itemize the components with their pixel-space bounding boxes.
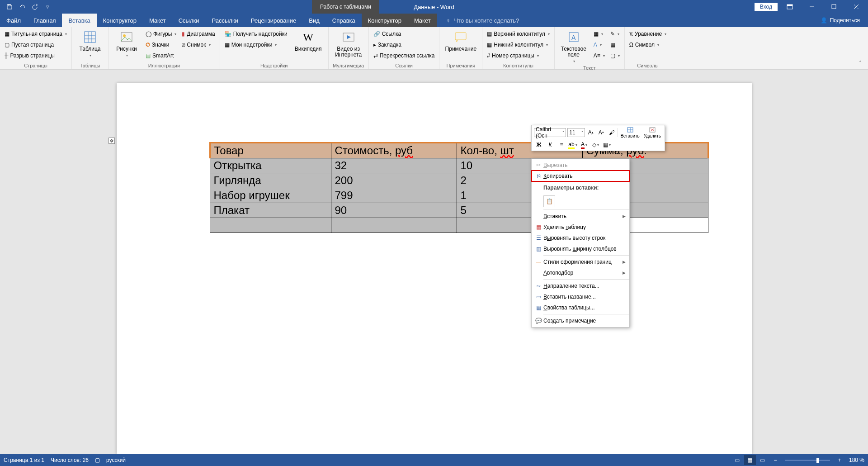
- wordart-button[interactable]: A▾: [592, 40, 607, 50]
- quickparts-button[interactable]: ▦▾: [592, 29, 607, 39]
- tab-home[interactable]: Главная: [27, 14, 62, 27]
- ctx-new-comment[interactable]: 💬Создать примечание: [532, 315, 629, 326]
- tab-insert[interactable]: Вставка: [62, 14, 96, 27]
- ribbon-display-options-icon[interactable]: [779, 0, 800, 14]
- link-button[interactable]: 🔗Ссылка: [372, 29, 437, 39]
- document-area[interactable]: ✥ Товар Стоимость, руб Кол-во, шт Сумма,…: [0, 70, 868, 466]
- ctx-border-styles[interactable]: —Стили оформления границ▶: [532, 257, 629, 267]
- page-break-button[interactable]: ╫Разрыв страницы: [3, 51, 69, 61]
- my-addins-button[interactable]: ▦Мои надстройки▾: [223, 40, 289, 50]
- grow-font-icon[interactable]: A▴: [586, 128, 595, 138]
- status-language[interactable]: русский: [106, 457, 126, 463]
- shapes-button[interactable]: ◯Фигуры▾: [144, 29, 178, 39]
- fontsize-selector[interactable]: 11˅: [567, 128, 585, 137]
- font-color-icon[interactable]: A▾: [579, 140, 589, 150]
- tab-references[interactable]: Ссылки: [172, 14, 206, 27]
- redo-icon[interactable]: [29, 1, 41, 13]
- signature-button[interactable]: ✎▾: [609, 29, 622, 39]
- save-icon[interactable]: [4, 1, 15, 13]
- ctx-copy[interactable]: ⎘Копировать: [532, 171, 629, 181]
- collapse-ribbon-icon[interactable]: ˄: [856, 59, 864, 67]
- context-menu: ✂Вырезать ⎘Копировать Параметры вставки:…: [531, 158, 630, 328]
- zoom-out-icon[interactable]: −: [769, 455, 781, 465]
- bookmark-button[interactable]: ▸Закладка: [372, 40, 437, 50]
- shrink-font-icon[interactable]: A▾: [597, 128, 606, 138]
- dropcap-button[interactable]: A≡▾: [592, 51, 607, 61]
- tab-table-design[interactable]: Конструктор: [362, 14, 408, 27]
- tab-design[interactable]: Конструктор: [97, 14, 143, 27]
- ctx-autofit[interactable]: Автоподбор▶: [532, 267, 629, 278]
- bold-icon[interactable]: Ж: [534, 140, 544, 150]
- datetime-button[interactable]: ▦: [609, 40, 622, 50]
- signin-button[interactable]: Вход: [755, 3, 778, 11]
- crossref-button[interactable]: ⇄Перекрестная ссылка: [372, 51, 437, 61]
- tell-me-search[interactable]: ♀ Что вы хотите сделать?: [437, 14, 519, 27]
- header-cell[interactable]: Стоимость, руб: [331, 143, 457, 158]
- video-icon: [341, 30, 356, 44]
- close-icon[interactable]: [846, 0, 866, 14]
- paste-keep-formatting-icon[interactable]: 📋: [543, 195, 555, 207]
- zoom-slider[interactable]: [785, 460, 830, 461]
- icons-button[interactable]: ✪Значки: [144, 40, 178, 50]
- tab-mailings[interactable]: Рассылки: [205, 14, 244, 27]
- pictures-button[interactable]: Рисунки▾: [111, 28, 142, 58]
- tab-layout[interactable]: Макет: [143, 14, 172, 27]
- read-mode-icon[interactable]: ▭: [731, 455, 743, 465]
- get-addins-button[interactable]: 🏪Получить надстройки: [223, 29, 289, 39]
- minimize-icon[interactable]: [802, 0, 822, 14]
- cover-page-button[interactable]: ▦Титульная страница▾: [3, 29, 69, 39]
- shading-icon[interactable]: ◇▾: [590, 140, 600, 150]
- screenshot-button[interactable]: ⎚Снимок▾: [180, 40, 217, 50]
- print-layout-icon[interactable]: ▦: [744, 455, 756, 465]
- object-button[interactable]: ▢▾: [609, 51, 622, 61]
- symbol-button[interactable]: ΩСимвол▾: [627, 40, 668, 50]
- comment-button[interactable]: Примечание: [442, 28, 479, 52]
- footer-button[interactable]: ▦Нижний колонтитул▾: [485, 40, 551, 50]
- wikipedia-button[interactable]: W Википедия: [291, 28, 326, 52]
- format-painter-icon[interactable]: 🖌: [607, 128, 616, 138]
- tab-view[interactable]: Вид: [302, 14, 326, 27]
- tab-help[interactable]: Справка: [326, 14, 362, 27]
- chart-button[interactable]: ▮Диаграмма: [180, 29, 217, 39]
- font-selector[interactable]: Calibri (Осн˅: [534, 128, 566, 137]
- table-button[interactable]: Таблица▾: [75, 28, 105, 58]
- tab-review[interactable]: Рецензирование: [245, 14, 302, 27]
- ctx-dist-rows[interactable]: ☰Выровнять высоту строк: [532, 233, 629, 243]
- ctx-dist-cols[interactable]: ▥Выровнять ширину столбцов: [532, 243, 629, 254]
- mini-insert-button[interactable]: Вставить: [619, 127, 641, 138]
- status-spellcheck-icon[interactable]: ▢: [95, 457, 100, 463]
- blank-page-button[interactable]: ▢Пустая страница: [3, 40, 69, 50]
- italic-icon[interactable]: К: [545, 140, 555, 150]
- undo-icon[interactable]: [16, 1, 28, 13]
- data-table[interactable]: Товар Стоимость, руб Кол-во, шт Сумма, р…: [209, 142, 709, 233]
- zoom-in-icon[interactable]: +: [834, 455, 845, 465]
- header-button[interactable]: ▤Верхний колонтитул▾: [485, 29, 551, 39]
- mini-delete-button[interactable]: Удалить: [642, 127, 662, 138]
- zoom-level[interactable]: 180 %: [849, 457, 864, 463]
- web-layout-icon[interactable]: ▭: [757, 455, 769, 465]
- header-cell[interactable]: Товар: [210, 143, 331, 158]
- tab-table-layout[interactable]: Макет: [408, 14, 437, 27]
- status-wordcount[interactable]: Число слов: 26: [51, 457, 89, 463]
- smartart-button[interactable]: ▤SmartArt: [144, 51, 178, 61]
- maximize-icon[interactable]: [824, 0, 844, 14]
- share-button[interactable]: 👤 Поделиться: [812, 14, 868, 27]
- equation-button[interactable]: πУравнение▾: [627, 29, 668, 39]
- ctx-text-direction[interactable]: ⥊Направление текста...: [532, 281, 629, 291]
- table-move-handle-icon[interactable]: ✥: [108, 138, 115, 144]
- borders-icon[interactable]: ▦▾: [602, 140, 612, 150]
- status-page[interactable]: Страница 1 из 1: [4, 457, 44, 463]
- online-video-button[interactable]: Видео из Интернета: [331, 28, 366, 58]
- table-icon: [83, 30, 97, 44]
- align-icon[interactable]: ≡: [557, 140, 566, 150]
- pagenum-button[interactable]: #Номер страницы▾: [485, 51, 551, 61]
- ctx-table-props[interactable]: ▦Свойства таблицы...: [532, 302, 629, 313]
- qat-customize-icon[interactable]: ▽: [42, 1, 53, 13]
- tab-file[interactable]: Файл: [0, 14, 27, 27]
- ctx-delete-table[interactable]: ▦Удалить таблицу: [532, 222, 629, 233]
- ctx-insert-caption[interactable]: ▭Вставить название...: [532, 291, 629, 302]
- ctx-insert[interactable]: Вставить▶: [532, 211, 629, 222]
- ctx-cut[interactable]: ✂Вырезать: [532, 160, 629, 171]
- highlight-icon[interactable]: ab▾: [568, 140, 578, 150]
- textbox-button[interactable]: A Текстовое поле▾: [557, 28, 590, 64]
